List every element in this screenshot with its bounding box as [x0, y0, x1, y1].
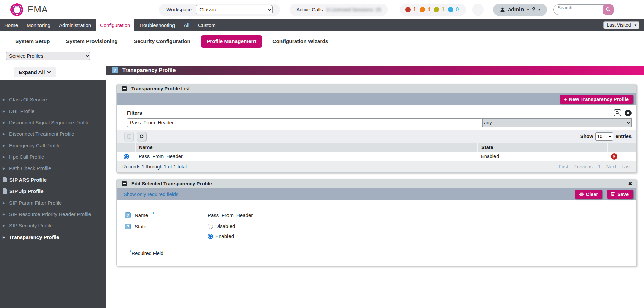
page-size-select[interactable]: 10	[595, 132, 613, 141]
sidebar-item-sip-security-profile[interactable]: ▶SIP Security Profile	[0, 220, 106, 231]
sidebar-item-transparency-profile[interactable]: ▶Transparency Profile	[0, 231, 106, 243]
pagination-last[interactable]: Last	[622, 164, 631, 170]
new-transparency-profile-button[interactable]: + New Transparency Profile	[560, 95, 633, 104]
workspace-group: Workspace: Classic	[159, 4, 280, 16]
help-icon[interactable]: ?	[532, 6, 535, 13]
close-panel-icon[interactable]: ✖	[628, 181, 632, 186]
header-spacer-pill	[472, 4, 484, 16]
subnav-profile-management[interactable]: Profile Management	[201, 35, 262, 48]
search-box	[553, 4, 613, 15]
critical-alarm-icon[interactable]	[405, 7, 411, 12]
nav-item-home[interactable]: Home	[0, 19, 22, 31]
workspace-select[interactable]: Classic	[196, 5, 273, 14]
tree-arrow-icon: ▶	[3, 212, 9, 216]
search-button[interactable]	[603, 4, 614, 15]
page-title: Transparency Profile	[122, 67, 176, 73]
filter-text-input[interactable]	[127, 118, 482, 127]
subnav-security-configuration[interactable]: Security Configuration	[128, 35, 196, 48]
critical-alarm-count: 1	[413, 7, 416, 13]
tree-arrow-icon: ▶	[3, 121, 9, 124]
file-icon	[3, 177, 7, 182]
column-settings-button[interactable]	[124, 132, 134, 141]
profile-category-select[interactable]: Service Profiles	[6, 52, 90, 60]
nav-item-troubleshooting[interactable]: Troubleshooting	[134, 19, 179, 31]
tree-arrow-icon: ▶	[3, 224, 9, 227]
clear-filter-icon[interactable]: ✖	[625, 110, 632, 116]
required-asterisk: *	[152, 211, 154, 217]
sidebar-item-sip-resource-priority-header-profile[interactable]: ▶SIP Resource Priority Header Profile	[0, 208, 106, 220]
profile-table: Name State Pass_From_Header Enabled ✖	[117, 143, 636, 161]
required-field-note: *Required Field	[130, 250, 636, 256]
pagination-previous[interactable]: Previous	[573, 164, 592, 170]
sidebar-item-hpc-call-profile[interactable]: ▶Hpc Call Profile	[0, 151, 106, 162]
columns-icon	[127, 134, 131, 139]
field-help-icon[interactable]: ?	[125, 212, 131, 218]
edit-panel-title: Edit Selected Transparency Profile	[131, 181, 212, 186]
user-menu[interactable]: admin ▾ ? ▾	[493, 4, 547, 16]
pagination-page-1[interactable]: 1	[598, 164, 601, 170]
nav-item-administration[interactable]: Administration	[55, 19, 96, 31]
clear-button[interactable]: Clear	[575, 190, 602, 199]
sidebar-item-dbl-profile[interactable]: ▶DBL Profile	[0, 105, 106, 117]
help-chevron-down-icon[interactable]: ▾	[538, 7, 540, 12]
expand-all-chevron-icon	[47, 71, 51, 73]
edit-panel-header: Edit Selected Transparency Profile ✖	[117, 179, 636, 188]
nav-item-monitoring[interactable]: Monitoring	[22, 19, 55, 31]
table-toolbar: Show 10 entries	[117, 130, 636, 143]
refresh-button[interactable]	[137, 132, 146, 141]
row-select-radio[interactable]	[124, 154, 129, 159]
sidebar-item-sip-param-filter-profile[interactable]: ▶SIP Param Filter Profile	[0, 197, 106, 208]
table-row[interactable]: Pass_From_Header Enabled ✖	[117, 152, 636, 161]
field-help-icon[interactable]: ?	[125, 224, 131, 229]
pagination-first[interactable]: First	[559, 164, 568, 170]
row-state-cell: Enabled	[478, 152, 608, 161]
name-column-header[interactable]: Name	[135, 143, 478, 152]
alarm-status-group: 1 4 1 0	[400, 4, 466, 16]
state-field-label: State	[135, 224, 146, 229]
list-panel-header: Transparency Profile List	[117, 84, 636, 93]
last-visited-dropdown[interactable]: Last Visited ▾	[603, 21, 639, 29]
page-title-bar: ? Transparency Profile	[106, 66, 644, 75]
info-alarm-icon[interactable]	[448, 7, 453, 12]
filter-match-select[interactable]: any	[482, 118, 632, 127]
nav-item-all[interactable]: All	[179, 19, 194, 31]
tree-arrow-icon: ▶	[3, 98, 9, 101]
save-button[interactable]: Save	[607, 190, 633, 199]
subnav-configuration-wizards[interactable]: Configuration Wizards	[267, 35, 334, 48]
collapse-panel-icon[interactable]	[122, 181, 127, 186]
user-chevron-down-icon[interactable]: ▾	[527, 7, 529, 12]
edit-panel-toolbar-band: Show only required fields Clear Save	[117, 188, 636, 200]
sidebar-item-sip-jip-profile[interactable]: SIP Jip Profile	[0, 185, 106, 197]
page-help-icon[interactable]: ?	[112, 67, 118, 73]
apply-filter-button[interactable]	[614, 109, 621, 116]
pagination-next[interactable]: Next	[606, 164, 616, 170]
subnav-system-provisioning[interactable]: System Provisioning	[60, 35, 124, 48]
nav-item-custom[interactable]: Custom	[194, 19, 220, 31]
search-input[interactable]	[558, 5, 598, 10]
last-visited-label: Last Visited	[607, 22, 631, 28]
minor-alarm-icon[interactable]	[434, 7, 439, 12]
state-enabled-label: Enabled	[215, 233, 234, 239]
collapse-panel-icon[interactable]	[122, 86, 127, 91]
delete-row-icon[interactable]: ✖	[611, 153, 617, 160]
sidebar-item-emergency-call-profile[interactable]: ▶Emergency Call Profile	[0, 140, 106, 151]
nav-item-configuration[interactable]: Configuration	[96, 19, 134, 31]
sidebar-item-disconnect-treatment-profile[interactable]: ▶Disconnect Treatment Profile	[0, 128, 106, 140]
state-column-header[interactable]: State	[478, 143, 608, 152]
major-alarm-icon[interactable]	[420, 7, 425, 12]
state-enabled-radio[interactable]	[208, 234, 213, 239]
sidebar-item-path-check-profile[interactable]: ▶Path Check Profile	[0, 162, 106, 174]
sidebar-item-disconnect-signal-sequence-profile[interactable]: ▶Disconnect Signal Sequence Profile	[0, 117, 106, 128]
username-label: admin	[508, 7, 524, 13]
tree-arrow-icon: ▶	[3, 201, 9, 205]
state-disabled-radio[interactable]	[208, 224, 213, 229]
show-required-fields-link[interactable]: Show only required fields	[124, 192, 178, 197]
sidebar-item-sip-ars-profile[interactable]: SIP ARS Profile	[0, 174, 106, 185]
subnav-system-setup[interactable]: System Setup	[9, 35, 56, 48]
select-column-header	[117, 143, 135, 152]
expand-all-button[interactable]: Expand All	[14, 67, 56, 77]
profile-tree: ▶Class Of Service ▶DBL Profile ▶Disconne…	[0, 80, 106, 308]
info-alarm-count: 0	[456, 7, 459, 13]
sidebar-item-class-of-service[interactable]: ▶Class Of Service	[0, 94, 106, 105]
save-icon	[611, 192, 615, 196]
